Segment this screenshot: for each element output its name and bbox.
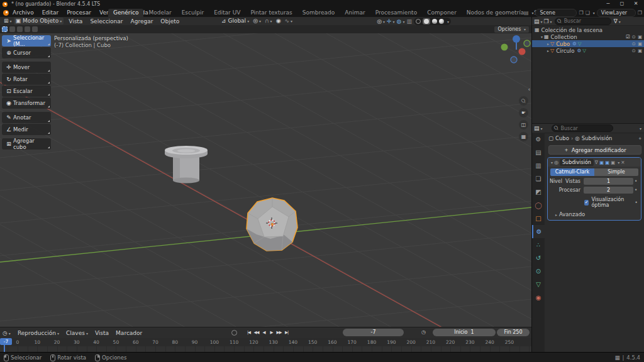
- ortho-perspective-icon[interactable]: ▦: [519, 132, 528, 141]
- cubo-hide-eye-icon[interactable]: ⊙: [632, 41, 636, 47]
- shading-dropdown-icon[interactable]: ▾: [447, 19, 449, 24]
- circulo-render-camera-icon[interactable]: ▣: [638, 48, 642, 53]
- tab-esculpir[interactable]: Esculpir: [177, 9, 209, 17]
- collapse-icon[interactable]: ▾: [551, 160, 553, 165]
- tool-measure[interactable]: ∠Medir: [2, 124, 51, 135]
- tab-editar-uv[interactable]: Editar UV: [209, 9, 245, 17]
- simple-button[interactable]: Simple: [594, 168, 638, 176]
- menu-marcador[interactable]: Marcador: [116, 330, 142, 336]
- menu-agregar[interactable]: Agregar: [131, 18, 153, 25]
- show-overlays-toggle[interactable]: ◍▾: [397, 18, 405, 25]
- expand-icon[interactable]: ▸: [547, 41, 549, 46]
- pin-icon[interactable]: ⌖: [638, 136, 641, 142]
- jump-to-end-button[interactable]: ▶|: [283, 329, 290, 336]
- tool-select[interactable]: ➤Seleccionar (M...: [2, 35, 51, 47]
- select-mode-set-icon[interactable]: [2, 26, 8, 32]
- properties-options-icon[interactable]: ▾: [640, 126, 641, 131]
- pan-hand-icon[interactable]: ☛: [519, 108, 528, 118]
- shading-material-button[interactable]: [432, 19, 437, 24]
- properties-tab-particles[interactable]: ∴: [532, 238, 545, 251]
- outliner-row-collection[interactable]: ▾ ▦ Collection ☑ ⊙ ▣: [532, 33, 644, 40]
- xray-toggle[interactable]: ▥: [406, 18, 412, 25]
- timeline-editor-selector[interactable]: ◷▾: [3, 330, 11, 336]
- menu-vista-timeline[interactable]: Vista: [95, 330, 109, 336]
- viewport-3d[interactable]: Personalizada (perspectiva) (-7) Collect…: [0, 33, 531, 327]
- modifier-panel-header[interactable]: ▾ ◎ Subdivisión ∇ ▣ ▣ ▣ ▾ ✕: [548, 158, 641, 167]
- tool-annotate[interactable]: ✎Anotar: [2, 112, 51, 123]
- tab-nodos-geometria[interactable]: Nodos de geometría: [462, 9, 529, 17]
- circulo-hide-eye-icon[interactable]: ⊙: [632, 48, 636, 53]
- properties-tab-tool[interactable]: ⚙: [532, 133, 545, 146]
- snap-toggle[interactable]: ∩▾: [265, 18, 272, 24]
- levels-render-field[interactable]: 2: [584, 187, 633, 194]
- breadcrumb-modifier[interactable]: Subdivisión: [582, 135, 613, 141]
- menu-vista[interactable]: Vista: [69, 18, 82, 25]
- show-render-toggle[interactable]: ▣: [611, 160, 615, 165]
- menu-claves[interactable]: Claves▾: [66, 330, 88, 336]
- play-button[interactable]: ▶: [268, 329, 275, 336]
- animate-dot-icon[interactable]: •: [634, 200, 638, 206]
- animate-dot-icon[interactable]: •: [633, 187, 638, 193]
- tab-pintar-texturas[interactable]: Pintar texturas: [245, 9, 297, 17]
- tab-animar[interactable]: Animar: [340, 9, 370, 17]
- breadcrumb-object[interactable]: Cubo: [555, 135, 569, 141]
- object-visibility-selector[interactable]: ◎▾: [377, 18, 385, 25]
- shading-rendered-button[interactable]: [439, 19, 444, 24]
- tab-procesamiento[interactable]: Procesamiento: [370, 9, 423, 17]
- frame-start-field[interactable]: Inicio 1: [433, 329, 496, 336]
- tab-modelar[interactable]: Modelar: [143, 9, 176, 17]
- outliner-editor-selector[interactable]: ▤▾: [534, 18, 543, 25]
- outliner-row-scene-collection[interactable]: ▦ Colección de la escena: [532, 26, 644, 33]
- animate-dot-icon[interactable]: •: [633, 178, 638, 184]
- play-reverse-button[interactable]: ◀: [260, 329, 267, 336]
- outliner-search-input[interactable]: [555, 18, 611, 25]
- delete-modifier-icon[interactable]: ✕: [621, 160, 625, 165]
- tab-generico[interactable]: Genérico: [108, 9, 143, 17]
- sidebar-toggle-icon[interactable]: ‹: [528, 87, 530, 92]
- tool-add-cube[interactable]: ⊞Agregar cubo: [2, 138, 51, 150]
- navigation-gizmo[interactable]: [501, 35, 531, 63]
- jump-to-start-button[interactable]: |◀: [245, 329, 252, 336]
- expand-icon[interactable]: ▾: [541, 35, 543, 39]
- tool-move[interactable]: ✛Mover: [2, 62, 51, 73]
- properties-tab-view-layer[interactable]: ❏: [532, 172, 545, 185]
- tool-rotate[interactable]: ↻Rotar: [2, 74, 51, 85]
- catmull-clark-button[interactable]: Catmull-Clark: [550, 168, 594, 176]
- add-modifier-button[interactable]: ＋ Agregar modificador: [548, 145, 641, 155]
- minimize-button[interactable]: ─: [601, 0, 615, 8]
- prev-keyframe-button[interactable]: ◀◀: [253, 329, 260, 336]
- timeline-ruler[interactable]: 0102030405060708090100110120130140150160…: [0, 338, 531, 347]
- modifier-name-field[interactable]: Subdivisión: [560, 159, 594, 166]
- properties-tab-scene[interactable]: ◩: [532, 185, 545, 199]
- orientation-selector[interactable]: ⊿ Global▾: [221, 18, 249, 24]
- properties-search-input[interactable]: [552, 124, 613, 132]
- viewlayer-name-field[interactable]: ViewLayer: [597, 9, 636, 17]
- mode-selector[interactable]: ▣ Modo Objeto▾: [14, 18, 64, 25]
- menu-editar[interactable]: Editar: [42, 9, 59, 16]
- outliner-row-circulo[interactable]: ▸ ▽ Círculo ⚙ ▽ ⊙ ▣: [532, 47, 644, 54]
- menu-objeto[interactable]: Objeto: [160, 18, 179, 25]
- next-keyframe-button[interactable]: ▶▶: [275, 329, 282, 336]
- properties-tab-material[interactable]: ◉: [532, 291, 545, 304]
- pivot-point-selector[interactable]: ◎▾: [253, 18, 261, 24]
- properties-tab-object[interactable]: □: [532, 212, 545, 225]
- current-frame-field[interactable]: -7: [343, 329, 404, 336]
- select-mode-invert-icon[interactable]: [25, 26, 30, 32]
- collection-hide-eye-icon[interactable]: ⊙: [632, 34, 636, 40]
- optimal-display-checkbox[interactable]: ✓: [584, 200, 589, 206]
- zoom-icon[interactable]: Ϙ: [519, 96, 528, 106]
- modifier-extras-icon[interactable]: ▾: [618, 160, 619, 165]
- preview-range-clock-icon[interactable]: ◷: [421, 329, 426, 335]
- frame-end-field[interactable]: Fin 250: [497, 329, 530, 336]
- tool-cursor[interactable]: ⊕Cursor: [2, 47, 51, 58]
- properties-tab-modifiers[interactable]: ⚙: [532, 225, 545, 238]
- show-gizmos-toggle[interactable]: ✛▾: [387, 18, 395, 25]
- properties-tab-constraints[interactable]: ⊙: [532, 265, 545, 278]
- properties-tab-output[interactable]: ▥: [532, 159, 545, 172]
- viewlayer-browse-icon[interactable]: ❏: [586, 10, 590, 16]
- expand-icon[interactable]: ▸: [547, 48, 549, 53]
- cubo-render-camera-icon[interactable]: ▣: [638, 41, 642, 47]
- new-viewlayer-icon[interactable]: ❐: [638, 10, 642, 16]
- properties-tab-data[interactable]: ▽: [532, 278, 545, 291]
- menu-procesar[interactable]: Procesar: [67, 9, 91, 16]
